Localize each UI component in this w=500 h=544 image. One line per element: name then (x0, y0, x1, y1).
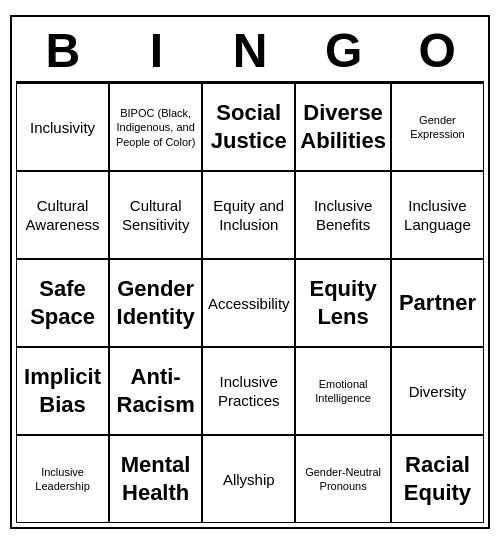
bingo-cell-17: Inclusive Practices (202, 347, 295, 435)
bingo-cell-10: Safe Space (16, 259, 109, 347)
bingo-letter-B: B (16, 21, 110, 82)
bingo-cell-8: Inclusive Benefits (295, 171, 391, 259)
bingo-cell-24: Racial Equity (391, 435, 484, 523)
bingo-cell-16: Anti-Racism (109, 347, 202, 435)
bingo-cell-5: Cultural Awareness (16, 171, 109, 259)
bingo-cell-13: Equity Lens (295, 259, 391, 347)
bingo-cell-0: Inclusivity (16, 83, 109, 171)
bingo-cell-23: Gender-Neutral Pronouns (295, 435, 391, 523)
bingo-cell-2: Social Justice (202, 83, 295, 171)
bingo-grid: InclusivityBIPOC (Black, Indigenous, and… (16, 81, 484, 523)
bingo-letter-O: O (390, 21, 484, 82)
bingo-cell-14: Partner (391, 259, 484, 347)
bingo-cell-3: Diverse Abilities (295, 83, 391, 171)
bingo-cell-4: Gender Expression (391, 83, 484, 171)
bingo-cell-22: Allyship (202, 435, 295, 523)
bingo-letter-I: I (110, 21, 204, 82)
bingo-cell-11: Gender Identity (109, 259, 202, 347)
bingo-letter-N: N (203, 21, 297, 82)
bingo-cell-6: Cultural Sensitivity (109, 171, 202, 259)
bingo-cell-9: Inclusive Language (391, 171, 484, 259)
bingo-cell-18: Emotional Intelligence (295, 347, 391, 435)
bingo-cell-21: Mental Health (109, 435, 202, 523)
bingo-header: BINGO (16, 21, 484, 82)
bingo-cell-15: Implicit Bias (16, 347, 109, 435)
bingo-cell-20: Inclusive Leadership (16, 435, 109, 523)
bingo-cell-1: BIPOC (Black, Indigenous, and People of … (109, 83, 202, 171)
bingo-letter-G: G (297, 21, 391, 82)
bingo-card: BINGO InclusivityBIPOC (Black, Indigenou… (10, 15, 490, 530)
bingo-cell-12: Accessibility (202, 259, 295, 347)
bingo-cell-19: Diversity (391, 347, 484, 435)
bingo-cell-7: Equity and Inclusion (202, 171, 295, 259)
